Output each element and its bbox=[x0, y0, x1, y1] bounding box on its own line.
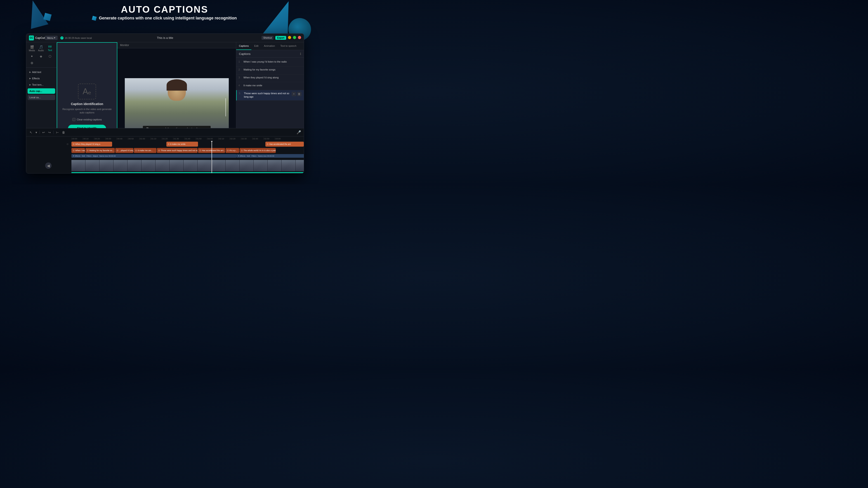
sidebar-item-local-captions[interactable]: Local ca... bbox=[28, 95, 55, 100]
caption-clip-2-1[interactable]: ⊡ When I was ... bbox=[71, 148, 85, 153]
close-button[interactable] bbox=[298, 36, 301, 39]
info-icon[interactable]: ℹ bbox=[300, 52, 301, 56]
clear-captions-checkbox[interactable] bbox=[72, 118, 75, 121]
panel-tab-captions[interactable]: Captions bbox=[236, 42, 251, 50]
undo-button[interactable]: ↩ bbox=[41, 130, 46, 135]
sidebar-tab-settings[interactable]: ⚙ bbox=[28, 60, 36, 66]
ruler-mark-6: 01:00 bbox=[139, 138, 151, 140]
transitions-icon: ◈ bbox=[40, 55, 42, 58]
app-window: CC CapCut Menu ▾ 16:30:29 Auto save loca… bbox=[26, 33, 304, 173]
sidebar-tab-text[interactable]: TT Text bbox=[46, 44, 54, 53]
caption-clip-2-3[interactable]: ⊡ ...played I'd sing bbox=[115, 148, 133, 153]
clip-text-2-2: Waiting for my favorite so... bbox=[89, 149, 114, 152]
clip-text-1-3: Has accelerated the arri bbox=[269, 143, 291, 145]
timeline-area: ↖ ▾ ↩ ↪ ⊢ 🗑 🎤 00:00 00:10 00:20 00:30 00… bbox=[26, 128, 304, 173]
caption-delete-btn-5[interactable]: 🗑 bbox=[297, 92, 302, 96]
effects-row-1: ✦ Effects · Edit Filters Adjust Name.mov… bbox=[26, 154, 304, 158]
caption-clip-2-7[interactable]: ⊡ It's a p... bbox=[225, 148, 239, 153]
sidebar-item-add-text[interactable]: ▶ Add text bbox=[28, 69, 55, 75]
redo-button[interactable]: ↪ bbox=[48, 130, 52, 135]
export-button[interactable]: Export bbox=[275, 36, 286, 40]
caption-clip-2-2[interactable]: ⊡ Waiting for my favorite so... bbox=[86, 148, 115, 153]
timeline-tracks: ⊡ ⊡ When they played I'd sing a ⊡ It mak… bbox=[26, 141, 304, 173]
vid-thumb-8 bbox=[169, 160, 184, 171]
vid-thumb-13 bbox=[240, 160, 254, 171]
timeline-progress-bar bbox=[71, 172, 304, 173]
menu-button[interactable]: Menu ▾ bbox=[45, 36, 58, 40]
caption-item-5[interactable]: 5 Those were such happy times and not so… bbox=[236, 90, 304, 101]
clip-text-1-2: It make me smile bbox=[170, 143, 186, 145]
sidebar-tab-transitions[interactable]: ◈ bbox=[37, 53, 45, 60]
caption-add-btn-3[interactable]: + bbox=[291, 76, 296, 80]
ruler-mark-1: 00:10 bbox=[83, 138, 94, 140]
maximize-button[interactable] bbox=[293, 36, 296, 39]
track-audio-button[interactable]: ◀ bbox=[45, 162, 52, 169]
caption-add-btn-5[interactable]: + bbox=[291, 92, 296, 96]
playhead[interactable] bbox=[212, 141, 212, 173]
delete-button[interactable]: 🗑 bbox=[61, 130, 66, 135]
caption-item-1[interactable]: 1 When I was young I'd listen to the rad… bbox=[236, 59, 304, 66]
caption-clip-2-8[interactable]: ⊡ The whole world I'm in is also a patte bbox=[240, 148, 276, 153]
caption-clip-2-5[interactable]: ⊡ Those were such happy times and not so bbox=[157, 148, 197, 153]
panel-tab-animation[interactable]: Animation bbox=[261, 42, 278, 50]
clip-icon-3: ⊡ bbox=[267, 143, 269, 145]
ruler-marks: 00:00 00:10 00:20 00:30 00:40 00:50 01:0… bbox=[71, 138, 304, 140]
clip-icon-2: ⊡ bbox=[168, 143, 169, 145]
vid-thumb-3 bbox=[99, 160, 114, 171]
caption-add-btn-2[interactable]: + bbox=[291, 68, 296, 72]
caption-delete-btn-3[interactable]: 🗑 bbox=[297, 76, 302, 80]
caption-item-3[interactable]: 3 When they played I'd sing along + 🗑 bbox=[236, 74, 304, 82]
sidebar-tab-audio[interactable]: 🎵 Audio bbox=[37, 44, 45, 53]
ruler-mark-15: 02:30 bbox=[241, 138, 252, 140]
effects-label: Effects bbox=[32, 77, 39, 80]
caption-item-4[interactable]: 4 It make me smile + 🗑 bbox=[236, 82, 304, 90]
minimize-button[interactable] bbox=[288, 36, 291, 39]
video-time-indicator bbox=[225, 98, 226, 116]
caption-delete-btn-2[interactable]: 🗑 bbox=[297, 68, 302, 72]
cursor-chevron[interactable]: ▾ bbox=[35, 130, 38, 135]
caption-num-1: 1 bbox=[239, 60, 242, 63]
caption-num-2: 2 bbox=[239, 68, 242, 71]
clip-icon-2-5: ⊡ bbox=[158, 149, 160, 152]
sidebar-item-effects[interactable]: ▶ Effects bbox=[28, 76, 55, 81]
clip-icon-2-2: ⊡ bbox=[87, 149, 89, 152]
timeline-toolbar: ↖ ▾ ↩ ↪ ⊢ 🗑 🎤 bbox=[26, 128, 304, 136]
caption-clip-1-2[interactable]: ⊡ It make me smile bbox=[166, 142, 198, 147]
panel-tab-tts[interactable]: Text to speech bbox=[278, 42, 299, 50]
split-button[interactable]: ⊢ bbox=[55, 130, 59, 135]
timeline-mic-button[interactable]: 🎤 bbox=[297, 130, 301, 134]
sidebar-tab-effects[interactable]: ✦ bbox=[28, 53, 36, 60]
ruler-mark-9: 01:30 bbox=[173, 138, 184, 140]
sidebar-item-auto-captions[interactable]: Auto cap... bbox=[28, 88, 55, 94]
caption-item-2[interactable]: 2 Waiting for my favorite songs + 🗑 bbox=[236, 66, 304, 74]
caption-clip-2-4[interactable]: ⊡ It make me am... bbox=[134, 148, 156, 153]
cursor-tool[interactable]: ↖ bbox=[29, 130, 33, 135]
vid-thumb-4 bbox=[114, 160, 127, 171]
caption-add-btn-4[interactable]: + bbox=[291, 84, 296, 88]
panel-tab-edit[interactable]: Edit bbox=[251, 42, 261, 50]
caption-clip-1-1[interactable]: ⊡ When they played I'd sing a bbox=[71, 142, 112, 147]
clip-icon-2-3: ⊡ bbox=[117, 149, 119, 152]
caption-delete-btn-4[interactable]: 🗑 bbox=[297, 84, 302, 88]
shortcut-button[interactable]: Shortcut bbox=[261, 36, 274, 40]
text-icon: TT bbox=[48, 45, 52, 48]
caption-text-3: When they played I'd sing along bbox=[243, 76, 290, 79]
caption-clip-1-3[interactable]: ⊡ Has accelerated the arri bbox=[266, 142, 304, 147]
video-frame: Those were such happy times and not so l… bbox=[125, 78, 229, 136]
ruler-mark-12: 02:00 bbox=[207, 138, 218, 140]
effects-bar-text-2: ✦ Effects · Edit Filters Name.mov 00:00:… bbox=[238, 155, 274, 157]
caption-text-2: Waiting for my favorite songs bbox=[243, 68, 290, 71]
ruler-mark-17: 02:50 bbox=[264, 138, 275, 140]
vid-thumb-16 bbox=[282, 160, 296, 171]
caption-delete-btn-1[interactable]: 🗑 bbox=[297, 60, 302, 65]
vid-thumb-10 bbox=[197, 160, 212, 171]
clip-text-2-7: It's a p... bbox=[229, 149, 237, 152]
vid-thumb-1 bbox=[71, 160, 86, 171]
sidebar-tab-media[interactable]: 🎬 Media bbox=[28, 44, 36, 53]
caption-actions-5: + 🗑 bbox=[291, 92, 302, 96]
sidebar-item-text-template[interactable]: ▶ Text tem... bbox=[28, 82, 55, 88]
caption-add-btn-1[interactable]: + bbox=[291, 60, 296, 65]
app-logo: CC CapCut bbox=[29, 35, 45, 40]
sidebar-tab-filters[interactable]: ⬡ bbox=[46, 53, 54, 60]
caption-id-description: Recognize speech in the video and genera… bbox=[62, 107, 112, 115]
